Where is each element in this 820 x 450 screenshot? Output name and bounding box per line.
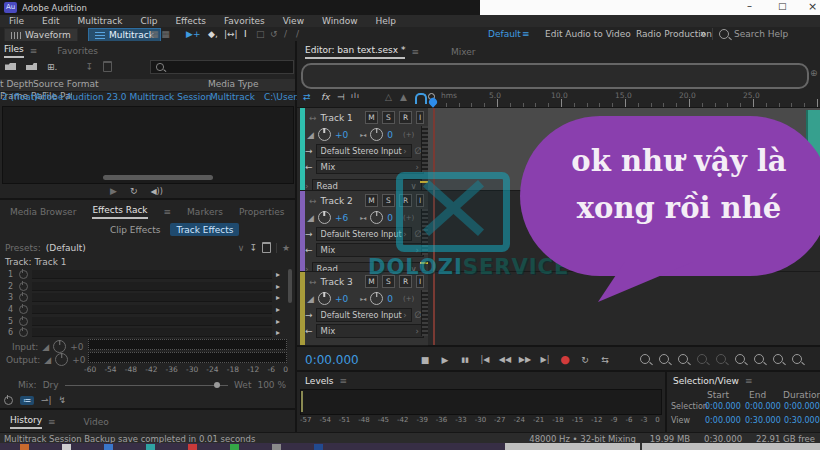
workspace-default-tab[interactable]: Default [488,29,521,39]
files-search-box[interactable] [150,60,294,74]
taskbar-app-icon[interactable] [188,444,197,450]
zoom-out-icon[interactable] [659,354,669,364]
effect-slot-field[interactable] [32,293,272,302]
levels-meter[interactable] [300,389,662,415]
effects-scrollbar[interactable] [288,269,292,303]
menu-item[interactable]: Help [367,16,406,26]
zoom-out-amplitude-icon[interactable] [754,354,764,364]
taskbar-app-icon[interactable] [62,444,71,450]
selection-view-tab[interactable]: Selection/View [673,376,739,386]
selection-view-menu-icon[interactable]: ≡ [745,376,753,386]
menu-item[interactable]: Edit [33,16,68,26]
nav-options-icon[interactable]: ⊕ [810,68,818,78]
delete-preset-icon[interactable] [262,242,271,253]
lasso-tool-icon[interactable]: ↺ [270,29,278,39]
effect-slot-field[interactable] [32,270,272,279]
track-output-select[interactable]: Mix› [316,243,424,257]
delete-icon[interactable] [103,61,112,72]
track-name[interactable]: Track 3 [321,277,353,287]
effects-rack-menu-icon[interactable]: ≡ [164,207,172,217]
rack-list-icon[interactable]: ≔ [20,396,34,405]
effect-slot-field[interactable] [32,328,272,337]
tab-editor[interactable]: Editor: ban text.sesx * [305,45,405,59]
effect-power-icon[interactable] [19,282,28,291]
tab-effects-rack[interactable]: Effects Rack [92,205,147,219]
track-drag-handle-icon[interactable]: ↔ [309,113,317,123]
files-column-headers[interactable]: t DepthSource FormatMedia TypeFrame Rate… [0,79,295,92]
tab-history[interactable]: History [10,415,42,429]
menu-item[interactable]: Window [313,16,367,26]
taskbar-app-icon[interactable] [230,444,239,450]
effect-slot-arrow-icon[interactable]: ▸ [276,282,286,291]
razor-group-icon[interactable]: ▦ ▦ [150,29,170,39]
tab-files[interactable]: Files [4,44,24,58]
waveform-button[interactable]: Waveform [4,28,78,42]
taskbar-app-icon[interactable] [104,444,113,450]
selection-end[interactable]: 0:00.000 [745,402,781,411]
view-start[interactable]: 0:00.000 [705,416,741,425]
mute-button[interactable]: M [365,111,378,124]
razor-tool-icon[interactable]: ◆, [208,29,218,39]
menu-item[interactable]: File [0,16,33,26]
effect-slot-row[interactable]: 6 ▸ [0,327,286,339]
input-gain-knob[interactable] [53,340,66,353]
history-menu-icon[interactable]: ≡ [48,417,56,427]
slip-tool-icon[interactable]: |↔| [224,29,238,39]
effect-power-icon[interactable] [19,328,28,337]
playhead-time-display[interactable]: 0:00.000 [305,353,359,367]
tab-favorites[interactable]: Favorites [57,46,98,56]
tab-markers[interactable]: Markers [187,207,223,217]
eraser-tool-icon[interactable]: / [296,29,299,39]
mix-slider[interactable] [65,385,228,386]
rack-power-icon[interactable] [4,396,13,405]
track-header-track3[interactable]: ↔ Track 3 M S R I ◢ +0 ▸◂ 0 (+) → Defaul… [300,272,428,346]
close-button[interactable]: × [808,0,817,13]
workspace-overflow-chevron[interactable]: » [700,28,706,39]
effect-slot-row[interactable]: 1 ▸ [0,269,286,281]
pan-knob[interactable] [370,128,383,141]
time-selection-tool-icon[interactable]: I [244,29,247,39]
fast-forward-button[interactable]: ▶▶ [515,355,535,364]
record-arm-button[interactable]: R [399,111,412,124]
snap-magnet-icon[interactable] [415,93,427,104]
tab-video[interactable]: Video [84,417,109,427]
files-panel-menu-icon[interactable]: ≡ [30,46,38,56]
column-header[interactable]: Media Type [208,79,262,89]
volume-knob[interactable] [318,211,331,224]
monitor-input-button[interactable]: I [416,275,424,288]
taskbar-app-icon[interactable] [146,444,155,450]
track-header-track2[interactable]: ↔ Track 2 M S R I ◢ +6 ▸◂ 0 (+) → Defaul… [300,191,428,272]
save-download-icon[interactable]: ↧ [85,62,93,72]
menu-item[interactable]: Effects [166,16,215,26]
record-arm-button[interactable]: R [399,275,412,288]
pan-value[interactable]: 0 [387,294,393,304]
timer-icon[interactable] [792,354,802,364]
selection-start[interactable]: 0:00.000 [705,402,741,411]
pan-knob[interactable] [370,211,383,224]
menu-item[interactable]: View [274,16,313,26]
zoom-navigation-bar[interactable] [301,63,809,89]
effect-slot-row[interactable]: 3 ▸ [0,292,286,304]
track-name[interactable]: Track 1 [321,113,353,123]
crossfade-ramp-icon[interactable]: ▲ [400,92,407,102]
file-preview-area[interactable] [2,106,294,184]
zoom-in-icon[interactable] [640,354,650,364]
effect-slot-row[interactable]: 4 ▸ [0,304,286,316]
stop-button[interactable]: ■ [415,355,435,365]
go-to-end-button[interactable]: ▶| [535,355,555,364]
preview-autoplay-speaker-icon[interactable]: ◀)) [150,187,162,196]
taskbar-app-icon[interactable] [314,444,323,450]
track-drag-handle-icon[interactable]: ↔ [309,196,317,206]
menu-item[interactable]: Clip [131,16,166,26]
pan-knob[interactable] [370,292,383,305]
solo-button[interactable]: S [382,111,395,124]
zoom-out-selection-icon[interactable] [697,354,707,364]
track-input-select[interactable]: Default Stereo Input› [316,144,412,158]
search-help-input[interactable]: Search Help [734,29,788,39]
pan-value[interactable]: 0 [387,213,393,223]
levels-menu-icon[interactable]: ≡ [339,376,347,386]
volume-knob[interactable] [318,292,331,305]
record-button[interactable]: ● [555,353,575,366]
tab-mixer[interactable]: Mixer [451,47,476,57]
marquee-tool-icon[interactable]: □ [256,29,265,39]
